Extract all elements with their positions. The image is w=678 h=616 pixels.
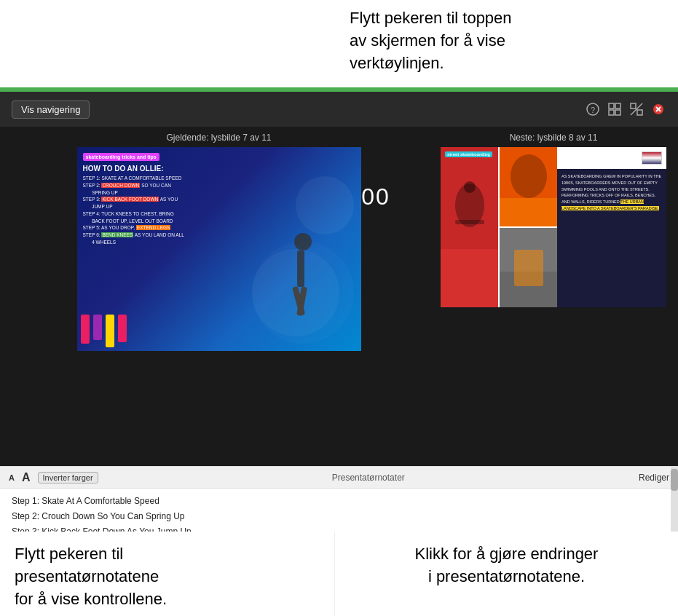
toolbar-left: Vis navigering [12, 100, 90, 119]
toolbar-right: ? [585, 101, 666, 117]
notes-area: A A Inverter farger Presentatørnotater R… [0, 466, 678, 532]
font-size-small[interactable]: A [9, 473, 15, 482]
notes-center-label: Presentatørnotater [106, 473, 631, 483]
svg-rect-27 [514, 250, 543, 286]
svg-rect-4 [609, 110, 614, 115]
current-slide-title: HOW TO DO AN OLLIE: [83, 165, 164, 173]
invert-colors-button[interactable]: Inverter farger [38, 472, 98, 483]
grid-icon[interactable] [607, 101, 623, 117]
bottom-annotations: Flytt pekeren til presentatørnotatene fo… [0, 532, 678, 616]
toolbar: Vis navigering ? [0, 92, 678, 127]
bottom-right-annotation: Klikk for å gjøre endringer i presentatø… [335, 532, 678, 616]
next-slide-frame[interactable]: street skateboarding [441, 147, 666, 307]
notes-content: Step 1: Skate At A Comfortable Speed Ste… [0, 489, 678, 532]
swap-icon[interactable] [628, 101, 645, 117]
notes-scrollbar[interactable] [671, 466, 678, 532]
notes-edit-button[interactable]: Rediger [639, 473, 669, 483]
top-annotation: Flytt pekeren til toppen av skjermen for… [335, 0, 670, 87]
current-slide-frame[interactable]: skateboarding tricks and tips HOW TO DO … [77, 147, 361, 351]
next-slide-section: Neste: lysbilde 8 av 11 street skateboar… [441, 133, 666, 307]
font-size-large[interactable]: A [22, 471, 31, 484]
svg-rect-14 [297, 250, 304, 287]
current-slide-label: Gjeldende: lysbilde 7 av 11 [166, 133, 271, 143]
svg-rect-7 [637, 110, 642, 115]
notes-toolbar: A A Inverter farger Presentatørnotater R… [0, 467, 678, 489]
svg-point-13 [294, 233, 312, 250]
bottom-left-text: Flytt pekeren til presentatørnotatene fo… [15, 545, 167, 608]
scrollbar-thumb[interactable] [671, 469, 678, 491]
svg-rect-23 [500, 198, 557, 226]
presenter-window: Vis navigering ? [0, 87, 678, 466]
svg-point-20 [464, 181, 476, 193]
svg-rect-21 [455, 220, 484, 224]
color-figures [81, 315, 127, 347]
svg-rect-6 [631, 103, 636, 108]
next-slide-label: Neste: lysbilde 8 av 11 [510, 133, 598, 143]
note-step-1: Step 1: Skate At A Comfortable Speed [12, 494, 666, 508]
svg-rect-18 [441, 249, 498, 307]
bottom-left-annotation: Flytt pekeren til presentatørnotatene fo… [0, 532, 335, 616]
current-slide-section: Gjeldende: lysbilde 7 av 11 skateboardin… [12, 133, 426, 351]
svg-point-24 [511, 154, 547, 198]
nav-button[interactable]: Vis navigering [12, 100, 90, 119]
next-slide-tag: street skateboarding [445, 151, 492, 157]
slides-container: Gjeldende: lysbilde 7 av 11 skateboardin… [0, 127, 678, 462]
close-icon[interactable] [650, 101, 666, 117]
note-step-2: Step 2: Crouch Down So You Can Spring Up [12, 510, 666, 524]
svg-text:?: ? [591, 106, 595, 114]
svg-rect-3 [615, 103, 620, 108]
bottom-right-text: Klikk for å gjøre endringer i presentatø… [415, 545, 599, 585]
current-slide-steps: STEP 1: SKATE AT A COMFORTABLE SPEED STE… [83, 175, 184, 246]
top-annotation-text: Flytt pekeren til toppen av skjermen for… [350, 9, 512, 72]
svg-line-8 [631, 103, 642, 115]
help-icon[interactable]: ? [585, 101, 601, 117]
svg-rect-5 [615, 110, 620, 115]
current-slide-bg: skateboarding tricks and tips HOW TO DO … [77, 147, 361, 351]
svg-rect-2 [609, 103, 614, 108]
current-slide-tag: skateboarding tricks and tips [83, 153, 159, 161]
